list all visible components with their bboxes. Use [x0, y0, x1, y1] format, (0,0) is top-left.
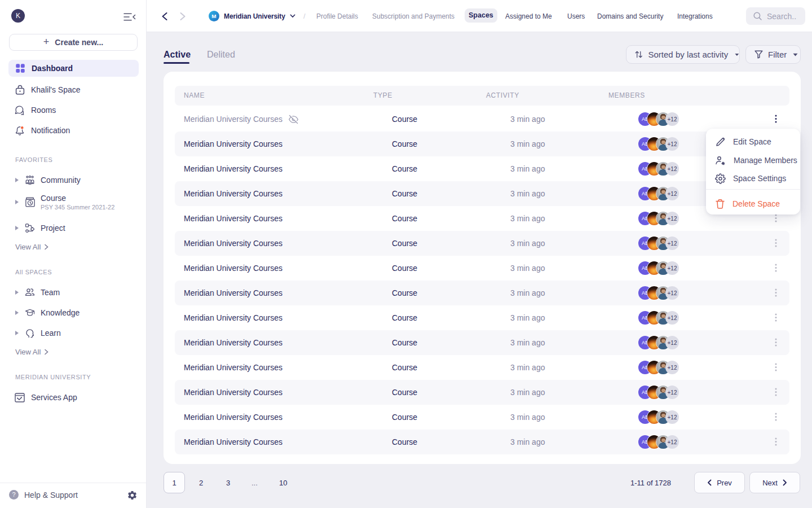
svg-text:M: M: [211, 13, 216, 19]
svg-text:?: ?: [12, 491, 15, 498]
